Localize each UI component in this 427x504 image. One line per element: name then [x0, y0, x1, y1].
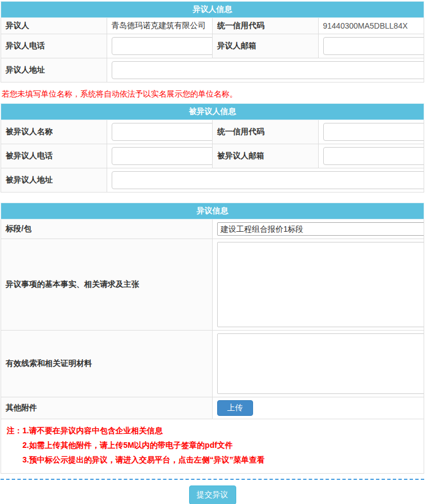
objection-info-table: 异议信息 标段/包 建设工程组合报价1标段 ▼ 异议事项的基本事实、相关请求及主… [1, 203, 424, 474]
notes-cell: 注：1.请不要在异议内容中包含企业相关信息 2.如需上传其他附件，请上传5M以内… [1, 419, 424, 474]
bid-section-label: 标段/包 [1, 219, 213, 239]
objector-name-value: 青岛德玛诺克建筑有限公司 [107, 18, 213, 34]
objector-phone-label: 异议人电话 [1, 34, 107, 58]
other-attachment-label: 其他附件 [1, 397, 213, 419]
respondent-address-label: 被异议人地址 [1, 168, 107, 193]
objection-facts-label: 异议事项的基本事实、相关请求及主张 [1, 239, 213, 331]
note-line-2: 2.如需上传其他附件，请上传5M以内的带电子签章的pdf文件 [7, 438, 418, 453]
table-row: 标段/包 建设工程组合报价1标段 ▼ [1, 219, 424, 239]
objector-info-table: 异议人信息 异议人 青岛德玛诺克建筑有限公司 统一信用代码 91440300MA… [1, 1, 424, 83]
table-row: 注：1.请不要在异议内容中包含企业相关信息 2.如需上传其他附件，请上传5M以内… [1, 419, 424, 474]
bid-section-selected-value: 建设工程组合报价1标段 [221, 224, 304, 233]
note-1-text: 1.请不要在异议内容中包含企业相关信息 [22, 426, 163, 435]
submit-row: 提交异议 [1, 480, 424, 504]
table-row: 异议人 青岛德玛诺克建筑有限公司 统一信用代码 91440300MA5DBLL8… [1, 18, 424, 34]
note-line-1: 注：1.请不要在异议内容中包含企业相关信息 [7, 424, 418, 438]
table-row: 被异议人名称 统一信用代码 [1, 120, 424, 144]
notes-prefix: 注： [7, 426, 22, 435]
objector-email-label: 异议人邮箱 [213, 34, 319, 58]
table-row: 异议事项的基本事实、相关请求及主张 [1, 239, 424, 331]
objector-name-label: 异议人 [1, 18, 107, 34]
upload-button[interactable]: 上传 [217, 400, 253, 416]
respondent-credit-code-label: 统一信用代码 [213, 120, 319, 144]
objection-evidence-label: 有效线索和相关证明材料 [1, 331, 213, 397]
table-row: 其他附件 上传 [1, 397, 424, 419]
respondent-info-table: 被异议人信息 被异议人名称 统一信用代码 被异议人电话 被异议人邮箱 被异议人地… [1, 103, 424, 193]
table-row: 异议人地址 [1, 58, 424, 83]
table-row: 异议人电话 异议人邮箱 [1, 34, 424, 58]
objection-facts-textarea[interactable] [217, 242, 424, 327]
table-row: 被异议人地址 [1, 168, 424, 193]
respondent-email-input[interactable] [323, 147, 424, 165]
objection-form-page: 异议人信息 异议人 青岛德玛诺克建筑有限公司 统一信用代码 91440300MA… [0, 0, 427, 504]
objector-section-title: 异议人信息 [1, 2, 424, 18]
objector-credit-code-label: 统一信用代码 [213, 18, 319, 34]
respondent-name-label: 被异议人名称 [1, 120, 107, 144]
respondent-phone-label: 被异议人电话 [1, 144, 107, 168]
bid-section-select[interactable]: 建设工程组合报价1标段 ▼ [217, 222, 424, 236]
note-line-3: 3.预中标公示提出的异议，请进入交易平台，点击左侧“异议”菜单查看 [7, 453, 418, 468]
respondent-email-label: 被异议人邮箱 [213, 144, 319, 168]
objector-email-input[interactable] [323, 37, 424, 55]
objector-phone-input[interactable] [112, 37, 213, 55]
objection-section-title: 异议信息 [1, 203, 424, 219]
objector-address-input[interactable] [112, 61, 424, 79]
respondent-credit-code-input[interactable] [323, 123, 424, 141]
objector-credit-code-value: 91440300MA5DBLL84X [318, 18, 424, 34]
submit-objection-button[interactable]: 提交异议 [189, 485, 236, 504]
objection-evidence-textarea[interactable] [217, 333, 424, 394]
respondent-name-input[interactable] [112, 123, 213, 141]
respondent-section-title: 被异议人信息 [1, 104, 424, 120]
respondent-address-input[interactable] [112, 171, 424, 189]
respondent-phone-input[interactable] [112, 147, 213, 165]
table-row: 被异议人电话 被异议人邮箱 [1, 144, 424, 168]
table-row: 有效线索和相关证明材料 [1, 331, 424, 397]
anonymous-warning-text: 若您未填写单位名称，系统将自动依法予以实名展示您的单位名称。 [1, 89, 424, 99]
objector-address-label: 异议人地址 [1, 58, 107, 83]
